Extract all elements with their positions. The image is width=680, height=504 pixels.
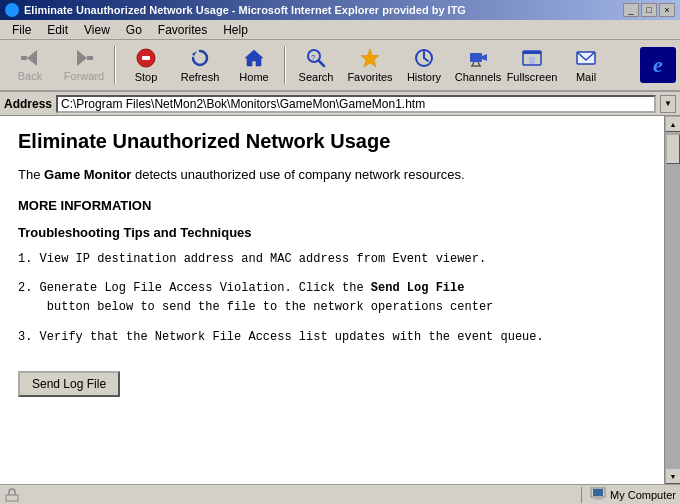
- stop-icon: [135, 47, 157, 69]
- home-button[interactable]: Home: [228, 42, 280, 88]
- status-bar: My Computer: [0, 484, 680, 504]
- svg-line-9: [319, 61, 325, 67]
- address-dropdown[interactable]: ▼: [660, 95, 676, 113]
- back-icon: [19, 48, 41, 68]
- send-log-button[interactable]: Send Log File: [18, 371, 120, 397]
- item-3: 3. Verify that the Network File Access l…: [18, 328, 646, 347]
- svg-marker-7: [245, 50, 263, 66]
- address-label: Address: [4, 97, 52, 111]
- svg-rect-5: [142, 56, 150, 60]
- search-icon: ?: [305, 47, 327, 69]
- scroll-up-button[interactable]: ▲: [665, 116, 680, 132]
- svg-rect-27: [595, 497, 601, 499]
- address-bar: Address ▼: [0, 92, 680, 116]
- address-input[interactable]: [56, 95, 656, 113]
- svg-marker-22: [529, 57, 535, 64]
- intro-text: The Game Monitor detects unauthorized us…: [18, 167, 646, 182]
- svg-marker-16: [482, 54, 487, 61]
- maximize-button[interactable]: □: [641, 3, 657, 17]
- page-title: Eliminate Unauthorized Network Usage: [18, 130, 646, 153]
- history-icon: [413, 47, 435, 69]
- svg-marker-6: [192, 51, 197, 56]
- channels-label: Channels: [455, 71, 501, 83]
- svg-text:?: ?: [311, 53, 316, 62]
- scroll-down-button[interactable]: ▼: [665, 468, 680, 484]
- menu-help[interactable]: Help: [215, 21, 256, 39]
- stop-label: Stop: [135, 71, 158, 83]
- history-button[interactable]: History: [398, 42, 450, 88]
- minimize-button[interactable]: _: [623, 3, 639, 17]
- window-controls[interactable]: _ □ ×: [623, 3, 675, 17]
- status-computer-text: My Computer: [610, 489, 676, 501]
- channels-button[interactable]: Channels: [452, 42, 504, 88]
- item-1: 1. View IP destination address and MAC a…: [18, 250, 646, 269]
- scroll-track[interactable]: [665, 132, 680, 468]
- mail-label: Mail: [576, 71, 596, 83]
- svg-rect-15: [470, 53, 482, 62]
- status-right: My Computer: [581, 487, 676, 503]
- refresh-button[interactable]: Refresh: [174, 42, 226, 88]
- security-icon: [4, 487, 20, 503]
- search-label: Search: [299, 71, 334, 83]
- forward-button[interactable]: Forward: [58, 42, 110, 88]
- refresh-label: Refresh: [181, 71, 220, 83]
- scroll-thumb[interactable]: [666, 134, 680, 164]
- ie-logo: e: [640, 47, 676, 83]
- menu-go[interactable]: Go: [118, 21, 150, 39]
- svg-rect-28: [593, 498, 603, 499]
- svg-rect-1: [21, 56, 27, 60]
- search-button[interactable]: ? Search: [290, 42, 342, 88]
- forward-label: Forward: [64, 70, 104, 82]
- window-title: Eliminate Unauthorized Network Usage - M…: [24, 4, 466, 16]
- menu-file[interactable]: File: [4, 21, 39, 39]
- section-title: Troubleshooting Tips and Techniques: [18, 225, 646, 240]
- title-bar: Eliminate Unauthorized Network Usage - M…: [0, 0, 680, 20]
- forward-icon: [73, 48, 95, 68]
- bold-send-log-file: Send Log File: [371, 281, 465, 295]
- home-label: Home: [239, 71, 268, 83]
- toolbar-separator-2: [284, 46, 286, 84]
- svg-marker-0: [27, 50, 37, 66]
- bold-game-monitor: Game Monitor: [44, 167, 131, 182]
- menu-bar: File Edit View Go Favorites Help: [0, 20, 680, 40]
- history-label: History: [407, 71, 441, 83]
- toolbar-separator-1: [114, 46, 116, 84]
- more-info-label: MORE INFORMATION: [18, 198, 646, 213]
- home-icon: [243, 47, 265, 69]
- item-2: 2. Generate Log File Access Violation. C…: [18, 279, 646, 317]
- favorites-button[interactable]: Favorites: [344, 42, 396, 88]
- svg-line-14: [424, 58, 428, 61]
- favorites-label: Favorites: [347, 71, 392, 83]
- computer-icon: [590, 487, 606, 503]
- svg-marker-2: [77, 50, 87, 66]
- svg-rect-24: [6, 495, 18, 501]
- channels-icon: [467, 47, 489, 69]
- page-content: Eliminate Unauthorized Network Usage The…: [0, 116, 664, 484]
- back-label: Back: [18, 70, 42, 82]
- scrollbar[interactable]: ▲ ▼: [664, 116, 680, 484]
- mail-button[interactable]: Mail: [560, 42, 612, 88]
- menu-favorites[interactable]: Favorites: [150, 21, 215, 39]
- menu-view[interactable]: View: [76, 21, 118, 39]
- svg-rect-26: [593, 489, 603, 496]
- svg-rect-3: [87, 56, 93, 60]
- title-bar-left: Eliminate Unauthorized Network Usage - M…: [5, 3, 466, 17]
- content-wrapper: Eliminate Unauthorized Network Usage The…: [0, 116, 680, 484]
- close-button[interactable]: ×: [659, 3, 675, 17]
- fullscreen-icon: [521, 47, 543, 69]
- svg-marker-11: [361, 49, 379, 67]
- toolbar: Back Forward Stop Refresh: [0, 40, 680, 92]
- back-button[interactable]: Back: [4, 42, 56, 88]
- fullscreen-button[interactable]: Fullscreen: [506, 42, 558, 88]
- status-left: [4, 487, 581, 503]
- fullscreen-label: Fullscreen: [507, 71, 558, 83]
- stop-button[interactable]: Stop: [120, 42, 172, 88]
- favorites-icon: [359, 47, 381, 69]
- refresh-icon: [189, 47, 211, 69]
- svg-rect-21: [523, 51, 541, 54]
- ie-title-icon: [5, 3, 19, 17]
- menu-edit[interactable]: Edit: [39, 21, 76, 39]
- mail-icon: [575, 47, 597, 69]
